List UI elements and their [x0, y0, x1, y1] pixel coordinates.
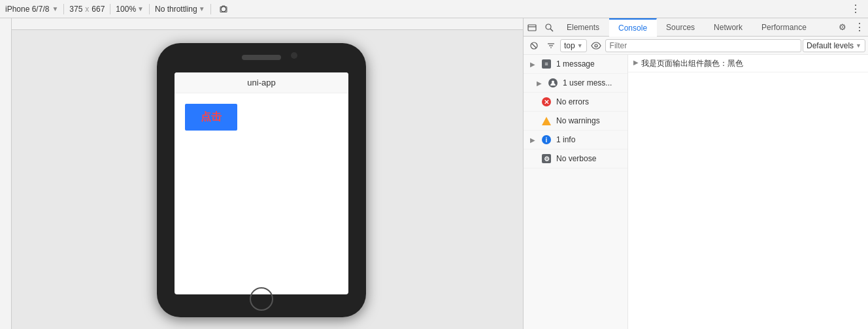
- screenshot-icon[interactable]: [216, 2, 231, 16]
- toolbar-divider-3: [149, 4, 150, 14]
- log-level-info[interactable]: ▶ i 1 info: [524, 131, 627, 149]
- user-messages-arrow: ▶: [537, 80, 543, 87]
- svg-point-3: [546, 24, 551, 29]
- log-level-messages[interactable]: ▶ ≡ 1 message: [524, 55, 627, 74]
- tab-performance[interactable]: Performance: [752, 18, 816, 37]
- user-messages-label: 1 user mess...: [563, 78, 612, 87]
- console-log-entry: ▶ 我是页面输出组件颜色：黑色: [628, 55, 868, 72]
- phone-screen-body: 点击: [175, 93, 348, 294]
- context-arrow: ▼: [577, 42, 583, 49]
- svg-point-0: [221, 7, 226, 12]
- throttle-arrow: ▼: [199, 5, 205, 12]
- phone-home-button: [250, 287, 273, 311]
- console-toolbar: top ▼ Default levels ▼: [524, 37, 868, 55]
- errors-label: No errors: [556, 97, 589, 106]
- settings-icon[interactable]: ⚙: [834, 18, 851, 37]
- verbose-icon: ⚙: [542, 154, 551, 163]
- device-selector[interactable]: iPhone 6/7/8 ▼: [5, 5, 58, 14]
- verbose-label: No verbose: [556, 154, 596, 163]
- svg-point-10: [595, 44, 597, 47]
- console-log-area: ▶ 我是页面输出组件颜色：黑色: [628, 55, 868, 329]
- user-messages-icon: [548, 78, 558, 87]
- eye-icon[interactable]: [588, 38, 604, 54]
- messages-icon: ≡: [542, 59, 551, 69]
- horizontal-ruler: [0, 18, 523, 30]
- levels-arrow: ▼: [856, 42, 861, 49]
- context-selector[interactable]: top ▼: [560, 39, 587, 52]
- dimension-box[interactable]: 375 x 667: [69, 5, 105, 14]
- messages-arrow: ▶: [530, 61, 537, 68]
- throttle-selector[interactable]: No throttling ▼: [155, 5, 205, 14]
- console-content: ▶ ≡ 1 message ▶ 1 user mess... ▶ ✕ No e: [524, 55, 868, 329]
- svg-line-4: [550, 29, 553, 31]
- phone-speaker: [242, 55, 281, 60]
- context-top-label: top: [564, 41, 575, 50]
- tab-network[interactable]: Network: [705, 18, 752, 37]
- filter-icon[interactable]: [543, 38, 559, 54]
- tab-console[interactable]: Console: [609, 18, 657, 37]
- svg-point-11: [552, 81, 554, 84]
- toolbar-divider-2: [110, 4, 110, 14]
- tab-sources[interactable]: Sources: [657, 18, 705, 37]
- devtools-tabs: Elements Console Sources Network Perform…: [524, 18, 868, 37]
- info-icon: i: [542, 135, 551, 144]
- tab-elements[interactable]: Elements: [558, 18, 609, 37]
- height-value: 667: [92, 5, 105, 14]
- toolbar-divider-4: [210, 4, 211, 14]
- inspect-icon[interactable]: [541, 18, 558, 37]
- zoom-arrow: ▼: [137, 5, 144, 12]
- vertical-ruler: [0, 18, 12, 329]
- dimension-x: x: [85, 5, 89, 14]
- device-dropdown-arrow: ▼: [52, 5, 58, 12]
- info-arrow: ▶: [530, 136, 537, 144]
- log-entry-arrow: ▶: [633, 59, 639, 66]
- zoom-selector[interactable]: 100% ▼: [116, 5, 144, 14]
- toolbar-divider-1: [63, 4, 64, 14]
- more-options-icon[interactable]: ⋮: [848, 2, 863, 16]
- device-toolbar: iPhone 6/7/8 ▼ 375 x 667 100% ▼ No throt…: [0, 0, 868, 18]
- log-level-errors[interactable]: ▶ ✕ No errors: [524, 93, 627, 112]
- device-name-label: iPhone 6/7/8: [5, 5, 49, 14]
- width-value: 375: [69, 5, 82, 14]
- messages-label: 1 message: [556, 59, 595, 69]
- console-sidebar: ▶ ≡ 1 message ▶ 1 user mess... ▶ ✕ No e: [524, 55, 628, 329]
- errors-icon: ✕: [542, 97, 551, 106]
- log-entry-text: 我是页面输出组件颜色：黑色: [641, 57, 863, 69]
- info-label: 1 info: [556, 135, 575, 144]
- log-levels-selector[interactable]: Default levels ▼: [803, 39, 865, 52]
- log-level-verbose[interactable]: ▶ ⚙ No verbose: [524, 149, 627, 168]
- zoom-value: 100%: [116, 5, 136, 14]
- svg-rect-1: [528, 25, 536, 31]
- phone-mockup: uni-app 点击: [157, 43, 366, 317]
- app-title: uni-app: [175, 72, 348, 93]
- throttle-value: No throttling: [155, 5, 197, 14]
- svg-line-6: [532, 44, 536, 48]
- warnings-icon: [542, 117, 551, 125]
- default-levels-label: Default levels: [807, 41, 854, 50]
- dock-icon[interactable]: [524, 18, 541, 37]
- phone-camera: [291, 52, 297, 59]
- devtools-panel: Elements Console Sources Network Perform…: [523, 18, 868, 329]
- filter-input[interactable]: [605, 39, 801, 52]
- click-button[interactable]: 点击: [185, 104, 237, 131]
- log-level-warnings[interactable]: ▶ No warnings: [524, 112, 627, 131]
- clear-console-button[interactable]: [526, 38, 542, 54]
- warnings-label: No warnings: [556, 116, 600, 125]
- more-devtools-icon[interactable]: ⋮: [851, 18, 868, 37]
- log-level-user-messages[interactable]: ▶ 1 user mess...: [524, 74, 627, 93]
- phone-screen: uni-app 点击: [175, 72, 348, 294]
- main-area: uni-app 点击: [0, 18, 868, 329]
- device-preview: uni-app 点击: [0, 18, 523, 329]
